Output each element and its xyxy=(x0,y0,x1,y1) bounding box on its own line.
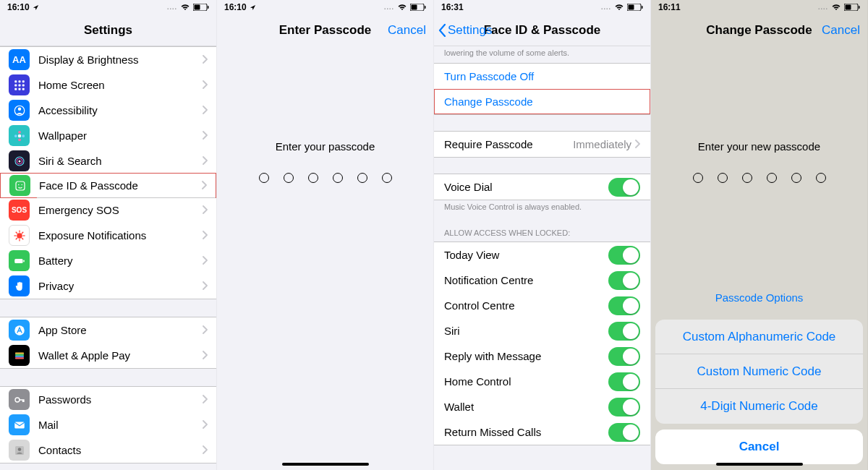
flower-icon xyxy=(9,125,30,146)
allow-row-today-view[interactable]: Today View xyxy=(434,242,650,268)
passcode-dot xyxy=(693,173,703,183)
toggle-switch[interactable] xyxy=(608,398,640,416)
nav-title: Change Passcode xyxy=(706,23,812,38)
allow-row-wallet[interactable]: Wallet xyxy=(434,394,650,419)
chevron-right-icon xyxy=(201,179,207,192)
sheet-option-custom-alphanumeric-code[interactable]: Custom Alphanumeric Code xyxy=(655,320,863,354)
row-label: Voice Dial xyxy=(444,181,608,193)
settings-group-3: PasswordsMailContacts xyxy=(0,386,216,463)
svg-rect-10 xyxy=(18,87,20,90)
settings-row-wallet-apple-pay[interactable]: Wallet & Apple Pay xyxy=(0,343,216,368)
settings-row-app-store[interactable]: App Store xyxy=(0,317,216,343)
require-passcode-row[interactable]: Require Passcode Immediately xyxy=(434,132,650,157)
svg-rect-34 xyxy=(14,259,22,263)
cancel-button[interactable]: Cancel xyxy=(822,23,860,38)
toggle-switch[interactable] xyxy=(608,246,640,265)
passcode-options-link[interactable]: Passcode Options xyxy=(715,291,804,304)
voice-dial-row[interactable]: Voice Dial xyxy=(434,174,650,200)
settings-group-2: App StoreWallet & Apple Pay xyxy=(0,317,216,369)
row-label: Mail xyxy=(38,419,202,431)
svg-point-25 xyxy=(17,233,22,239)
toggle-switch[interactable] xyxy=(608,372,640,391)
svg-rect-1 xyxy=(195,5,200,10)
allow-row-home-control[interactable]: Home Control xyxy=(434,369,650,394)
sheet-option-4-digit-numeric-code[interactable]: 4-Digit Numeric Code xyxy=(655,389,863,424)
turn-passcode-off-row[interactable]: Turn Passcode Off xyxy=(434,64,650,89)
settings-row-emergency-sos[interactable]: SOSEmergency SOS xyxy=(0,197,216,223)
svg-rect-35 xyxy=(23,260,25,262)
allow-row-siri[interactable]: Siri xyxy=(434,318,650,343)
allow-row-notification-centre[interactable]: Notification Centre xyxy=(434,268,650,293)
location-icon xyxy=(33,4,39,11)
wifi-icon xyxy=(180,4,190,11)
toggle-switch[interactable] xyxy=(608,296,640,315)
chevron-right-icon xyxy=(202,280,208,293)
settings-row-home-screen[interactable]: Home Screen xyxy=(0,72,216,98)
allow-row-return-missed-calls[interactable]: Return Missed Calls xyxy=(434,419,650,445)
settings-row-face-id-passcode[interactable]: Face ID & Passcode xyxy=(0,173,216,198)
voice-dial-switch[interactable] xyxy=(608,178,640,197)
chevron-left-icon xyxy=(438,24,446,37)
row-label: Battery xyxy=(38,255,202,267)
svg-rect-22 xyxy=(16,181,25,190)
settings-row-siri-search[interactable]: Siri & Search xyxy=(0,148,216,174)
row-label: Emergency SOS xyxy=(38,204,202,216)
svg-rect-6 xyxy=(14,84,17,86)
svg-line-33 xyxy=(22,231,23,233)
action-sheet-cancel[interactable]: Cancel xyxy=(655,430,863,464)
settings-row-mail[interactable]: Mail xyxy=(0,412,216,437)
row-label: Reply with Message xyxy=(444,350,608,362)
row-label: Turn Passcode Off xyxy=(444,70,534,82)
settings-group-1: AADisplay & BrightnessHome ScreenAccessi… xyxy=(0,46,216,299)
passcode-dot xyxy=(742,173,752,183)
toggle-switch[interactable] xyxy=(608,271,640,290)
back-button[interactable]: Settings xyxy=(438,23,492,38)
svg-rect-8 xyxy=(22,84,24,86)
sheet-option-custom-numeric-code[interactable]: Custom Numeric Code xyxy=(655,354,863,389)
toggle-switch[interactable] xyxy=(608,347,640,366)
battery-icon xyxy=(627,4,643,11)
toggle-switch[interactable] xyxy=(608,423,640,442)
hint-text: lowering the volume of some alerts. xyxy=(434,46,650,63)
toggle-switch[interactable] xyxy=(608,322,640,341)
settings-row-contacts[interactable]: Contacts xyxy=(0,437,216,463)
faceid-scroll[interactable]: lowering the volume of some alerts. Turn… xyxy=(434,46,650,470)
nav-bar: Settings xyxy=(0,14,216,46)
svg-line-30 xyxy=(15,231,17,233)
back-label: Settings xyxy=(448,23,492,38)
svg-rect-47 xyxy=(425,6,426,9)
svg-point-21 xyxy=(18,160,20,162)
svg-rect-50 xyxy=(642,6,643,9)
passcode-dots xyxy=(651,173,867,183)
home-indicator[interactable] xyxy=(716,463,803,466)
allow-access-list: Today ViewNotification CentreControl Cen… xyxy=(434,242,650,445)
cancel-button[interactable]: Cancel xyxy=(388,23,426,38)
nav-title: Settings xyxy=(84,23,132,38)
settings-row-display-brightness[interactable]: AADisplay & Brightness xyxy=(0,47,216,72)
settings-row-battery[interactable]: Battery xyxy=(0,248,216,273)
svg-point-17 xyxy=(14,134,17,137)
settings-row-exposure-notifications[interactable]: Exposure Notifications xyxy=(0,223,216,248)
chevron-right-icon xyxy=(202,204,208,217)
passcode-dot xyxy=(382,173,392,183)
passcode-dot xyxy=(333,173,343,183)
settings-row-wallpaper[interactable]: Wallpaper xyxy=(0,123,216,148)
settings-row-privacy[interactable]: Privacy xyxy=(0,273,216,299)
settings-scroll[interactable]: AADisplay & BrightnessHome ScreenAccessi… xyxy=(0,46,216,470)
passcode-prompt: Enter your passcode xyxy=(217,140,433,153)
home-indicator[interactable] xyxy=(282,463,369,466)
allow-row-control-centre[interactable]: Control Centre xyxy=(434,293,650,318)
settings-row-passwords[interactable]: Passwords xyxy=(0,387,216,412)
svg-rect-5 xyxy=(22,80,24,82)
passcode-dots xyxy=(217,173,433,183)
row-label: Return Missed Calls xyxy=(444,426,608,438)
change-passcode-row[interactable]: Change Passcode xyxy=(434,89,650,114)
svg-rect-7 xyxy=(18,84,20,86)
allow-row-reply-with-message[interactable]: Reply with Message xyxy=(434,343,650,369)
row-label: Siri & Search xyxy=(38,155,202,167)
nav-title: Enter Passcode xyxy=(279,23,372,38)
row-label: Wallet xyxy=(444,401,608,413)
settings-row-accessibility[interactable]: Accessibility xyxy=(0,98,216,123)
passcode-dot xyxy=(308,173,318,183)
chevron-right-icon xyxy=(202,129,208,142)
